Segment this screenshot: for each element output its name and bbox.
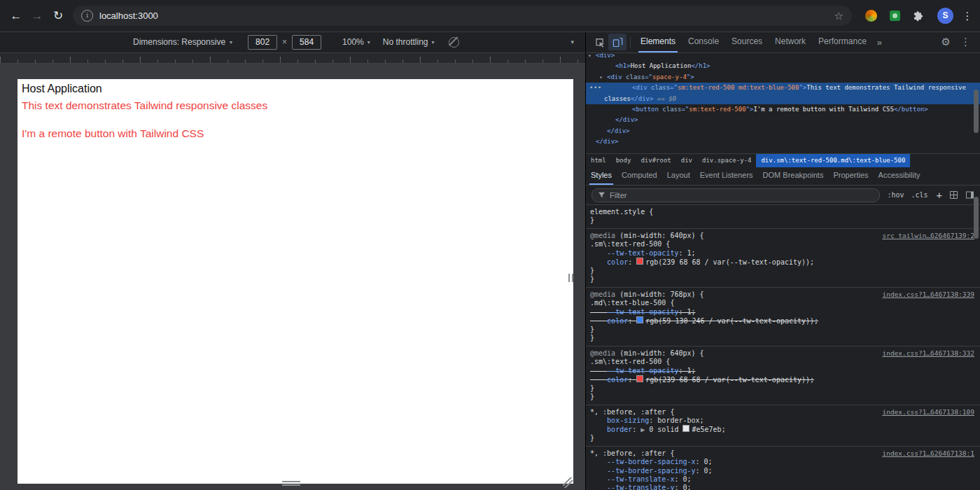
css-declaration[interactable]: border: ▶ 0 solid #e5e7eb; (590, 425, 976, 434)
devtools-tab-elements[interactable]: Elements (634, 31, 682, 52)
viewport-resize-handle-bottom[interactable] (282, 481, 300, 486)
css-declaration[interactable]: --tw-translate-y: 0; (590, 484, 976, 490)
css-declaration[interactable]: --tw-text-opacity: 1; (590, 249, 976, 258)
viewport-resize-handle-right[interactable] (568, 274, 573, 282)
css-declaration[interactable]: } (590, 326, 976, 334)
css-declaration[interactable]: } (590, 267, 976, 275)
devtools-tab-performance[interactable]: Performance (812, 31, 873, 52)
extension-icon-2[interactable] (890, 10, 900, 21)
css-declaration[interactable]: } (590, 393, 976, 401)
dom-tree-node[interactable]: <button class="sm:text-red-500">I'm a re… (586, 104, 980, 115)
styles-tab-dom-breakpoints[interactable]: DOM Breakpoints (758, 167, 829, 185)
node-more-actions-icon[interactable]: ••• (589, 83, 602, 93)
rotate-viewport-icon[interactable] (449, 37, 459, 48)
element-classes-button[interactable]: .cls (911, 191, 927, 199)
throttling-select[interactable]: No throttling ▾ (383, 37, 435, 47)
color-swatch[interactable] (636, 375, 643, 382)
styles-tab-properties[interactable]: Properties (828, 167, 873, 185)
css-declaration[interactable]: color: rgb(239 68 68 / var(--tw-text-opa… (590, 258, 976, 267)
stylesheet-source-link[interactable]: src_tailwin…626467139:2 (882, 232, 974, 239)
zoom-select[interactable]: 100% ▾ (342, 37, 370, 47)
css-declaration[interactable]: color: rgb(59 130 246 / var(--tw-text-op… (590, 316, 976, 326)
viewport-resize-handle-corner[interactable] (563, 477, 574, 488)
css-declaration[interactable]: } (590, 334, 976, 342)
device-type-select[interactable]: Dimensions: Responsive ▾ (133, 37, 232, 47)
breadcrumb-item[interactable]: div.sm\:text-red-500.md\:text-blue-500 (756, 154, 910, 167)
extension-icon-1[interactable] (865, 10, 877, 22)
dom-tree-node[interactable]: </div> (586, 136, 980, 147)
css-declaration[interactable]: } (590, 216, 976, 225)
stylesheet-source-link[interactable]: index.css?1…6467138:109 (882, 408, 974, 416)
color-swatch[interactable] (682, 425, 690, 432)
url-bar[interactable]: i localhost:3000 ☆ (73, 6, 852, 26)
expand-caret-icon[interactable]: ▾ (599, 72, 607, 83)
inspect-element-icon[interactable] (590, 34, 608, 50)
styles-filter-input[interactable]: Filter (592, 188, 880, 202)
breadcrumb-item[interactable]: div#root (636, 154, 676, 167)
css-declaration[interactable]: --tw-text-opacity: 1; (590, 308, 976, 316)
devtools-tab-network[interactable]: Network (769, 31, 812, 52)
stylesheet-source-link[interactable]: index.css?1…6467138:332 (882, 349, 974, 357)
more-tabs-icon[interactable]: » (873, 37, 886, 48)
back-icon[interactable]: ← (6, 9, 27, 23)
url-text[interactable]: localhost:3000 (99, 10, 834, 21)
settings-gear-icon[interactable]: ⚙ (937, 36, 955, 48)
tree-scrollbar[interactable] (974, 90, 979, 133)
viewport-width-input[interactable]: 802 (248, 35, 277, 50)
dom-tree-node[interactable]: ▾<div> (586, 53, 980, 61)
css-declaration[interactable]: } (590, 434, 976, 442)
device-toolbar-toggle-icon[interactable] (608, 34, 626, 50)
css-declaration[interactable]: .sm\:text-red-500 { (590, 358, 976, 366)
breadcrumb-item[interactable]: div.space-y-4 (697, 154, 756, 167)
css-declaration[interactable]: --tw-border-spacing-y: 0; (590, 467, 976, 475)
styles-tab-layout[interactable]: Layout (662, 167, 695, 185)
css-declaration[interactable]: .sm\:text-red-500 { (590, 240, 976, 248)
devtools-menu-icon[interactable]: ⋮ (955, 36, 976, 48)
styles-tab-computed[interactable]: Computed (617, 167, 662, 185)
devtools-tab-console[interactable]: Console (682, 31, 725, 52)
site-info-icon[interactable]: i (81, 10, 93, 22)
css-declaration[interactable]: .md\:text-blue-500 { (590, 299, 976, 307)
grid-editor-icon[interactable] (949, 190, 958, 200)
reload-icon[interactable]: ↻ (48, 8, 69, 23)
css-declaration[interactable]: } (590, 384, 976, 393)
styles-scrollbar[interactable] (974, 197, 979, 239)
css-declaration[interactable]: element.style { (590, 208, 976, 216)
profile-avatar[interactable]: S (937, 8, 953, 24)
dom-tree-node[interactable]: ▾<div class="space-y-4"> (586, 72, 980, 83)
color-swatch[interactable] (636, 258, 643, 265)
css-declaration[interactable]: } (590, 275, 976, 284)
breadcrumb-item[interactable]: div (676, 154, 697, 167)
bookmark-star-icon[interactable]: ☆ (834, 10, 844, 22)
styles-tab-event-listeners[interactable]: Event Listeners (695, 167, 758, 185)
stylesheet-source-link[interactable]: index.css?1…6467138:339 (882, 290, 974, 298)
dom-tree-node[interactable]: </div> (586, 115, 980, 125)
css-declaration[interactable]: color: rgb(239 68 68 / var(--tw-text-opa… (590, 375, 976, 384)
code-token: *, :before, :after { (590, 408, 674, 416)
styles-tab-accessibility[interactable]: Accessibility (874, 167, 925, 185)
css-declaration[interactable]: box-sizing: border-box; (590, 416, 976, 425)
color-swatch[interactable] (636, 316, 643, 323)
code-token: } (590, 434, 594, 442)
devtools-tab-sources[interactable]: Sources (725, 31, 769, 52)
expand-caret-icon[interactable]: ▾ (588, 53, 596, 61)
new-style-rule-button[interactable]: + (937, 190, 942, 201)
forward-icon[interactable]: → (27, 9, 48, 23)
dom-tree-node[interactable]: <h1>Host Application</h1> (586, 61, 980, 71)
css-declaration[interactable]: --tw-border-spacing-x: 0; (590, 458, 976, 466)
extensions-puzzle-icon[interactable] (913, 10, 924, 22)
breadcrumb-item[interactable]: body (611, 154, 636, 167)
dom-tree-node[interactable]: classes</div> == $0 (586, 94, 980, 104)
stylesheet-source-link[interactable]: index.css?1…626467138:1 (882, 449, 974, 457)
device-toolbar-options-icon[interactable]: ▾ (570, 38, 574, 46)
breadcrumb-item[interactable]: html (586, 154, 611, 167)
remote-button[interactable]: I'm a remote button with Tailwind CSS (22, 127, 204, 140)
dom-tree-node[interactable]: •••<div class="sm:text-red-500 md:text-b… (586, 83, 980, 93)
viewport-height-input[interactable]: 584 (292, 35, 321, 50)
styles-tab-styles[interactable]: Styles (586, 167, 617, 185)
dom-tree-node[interactable]: </div> (586, 126, 980, 136)
toggle-element-state-button[interactable]: :hov (887, 191, 904, 199)
css-declaration[interactable]: --tw-text-opacity: 1; (590, 367, 976, 375)
browser-menu-icon[interactable]: ⋮ (960, 10, 974, 22)
css-declaration[interactable]: --tw-translate-x: 0; (590, 475, 976, 484)
